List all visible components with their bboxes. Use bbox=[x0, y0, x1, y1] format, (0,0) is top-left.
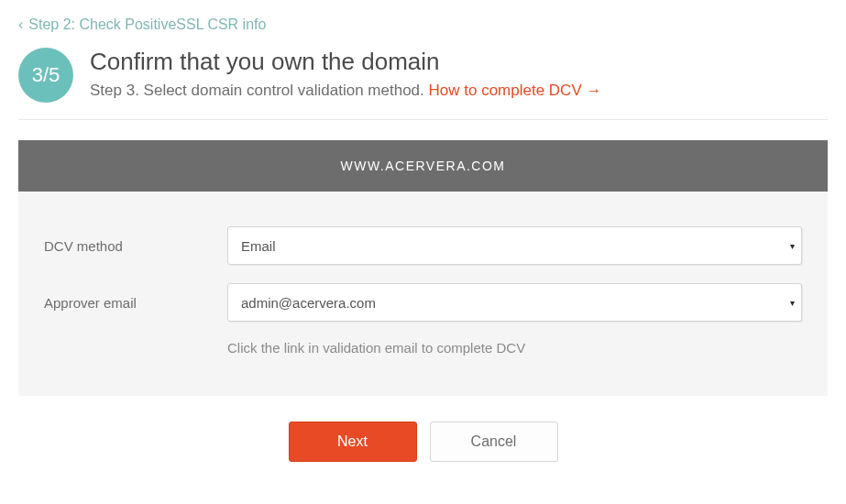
page-header: 3/5 Confirm that you own the domain Step… bbox=[18, 44, 828, 119]
dcv-method-row: DCV method ▾ bbox=[44, 226, 802, 265]
dcv-hint: Click the link in validation email to co… bbox=[227, 340, 802, 356]
back-link-label: Step 2: Check PositiveSSL CSR info bbox=[28, 16, 266, 33]
cancel-button[interactable]: Cancel bbox=[430, 422, 558, 462]
dcv-method-select[interactable] bbox=[227, 226, 802, 265]
page-subtitle: Step 3. Select domain control validation… bbox=[90, 82, 601, 100]
page-title: Confirm that you own the domain bbox=[90, 48, 601, 76]
dcv-method-label: DCV method bbox=[44, 238, 227, 254]
approver-email-control: ▾ bbox=[227, 283, 802, 322]
help-link[interactable]: How to complete DCV → bbox=[429, 82, 602, 99]
next-button[interactable]: Next bbox=[289, 422, 417, 462]
chevron-left-icon: ‹ bbox=[18, 16, 23, 33]
dcv-method-control: ▾ bbox=[227, 226, 802, 265]
panel-header: WWW.ACERVERA.COM bbox=[18, 140, 828, 192]
step-badge-text: 3/5 bbox=[32, 63, 60, 87]
domain-panel: WWW.ACERVERA.COM DCV method ▾ Approver e… bbox=[18, 140, 828, 396]
approver-email-select[interactable] bbox=[227, 283, 802, 322]
approver-email-label: Approver email bbox=[44, 295, 227, 311]
divider bbox=[18, 119, 828, 120]
header-texts: Confirm that you own the domain Step 3. … bbox=[90, 48, 601, 100]
actions: Next Cancel bbox=[18, 396, 828, 488]
step-badge: 3/5 bbox=[18, 48, 73, 103]
approver-email-row: Approver email ▾ bbox=[44, 283, 802, 322]
subtitle-text: Step 3. Select domain control validation… bbox=[90, 82, 429, 99]
panel-body: DCV method ▾ Approver email ▾ Click the … bbox=[18, 192, 828, 396]
back-link[interactable]: ‹ Step 2: Check PositiveSSL CSR info bbox=[18, 0, 828, 44]
